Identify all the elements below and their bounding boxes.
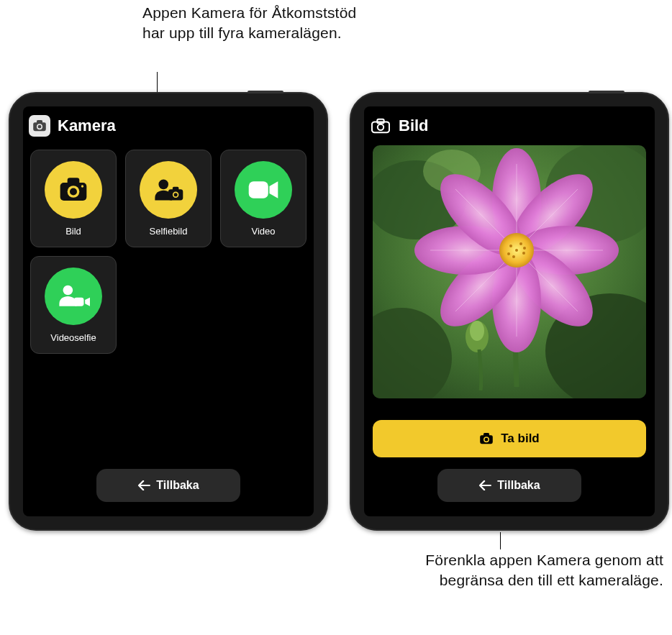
annotation-top-leader <box>157 72 158 93</box>
annotation-bottom-leader <box>500 532 501 549</box>
arrow-left-icon <box>478 480 491 490</box>
svg-rect-16 <box>74 297 84 306</box>
camera-icon <box>45 161 102 219</box>
mode-photo-label: Bild <box>65 226 81 237</box>
arrow-left-icon <box>137 480 150 490</box>
svg-point-13 <box>174 193 178 196</box>
mode-video-label: Video <box>251 226 275 237</box>
ipad-left: Kamera Bild <box>9 92 328 531</box>
mode-selfie-video-label: Videoselfie <box>50 332 96 343</box>
mode-selfie-photo-label: Selfiebild <box>150 226 188 237</box>
app-title-left: Kamera <box>58 117 116 135</box>
svg-point-19 <box>378 124 383 130</box>
back-label-right: Tillbaka <box>497 479 540 492</box>
annotation-top: Appen Kamera för Åtkomststöd har upp til… <box>142 3 365 44</box>
svg-rect-5 <box>68 178 80 185</box>
mode-selfie-video[interactable]: Videoselfie <box>30 256 117 354</box>
take-photo-label: Ta bild <box>501 431 540 446</box>
svg-point-9 <box>158 179 168 189</box>
annotation-bottom: Förenkla appen Kamera genom att begränsa… <box>415 550 663 591</box>
annotation-top-text: Appen Kamera för Åtkomststöd har upp til… <box>142 4 356 41</box>
app-header-right: Bild <box>370 115 429 137</box>
back-label-left: Tillbaka <box>156 479 199 492</box>
take-photo-button[interactable]: Ta bild <box>373 420 646 457</box>
app-header-left: Kamera <box>29 115 116 137</box>
svg-point-48 <box>512 255 515 258</box>
svg-point-46 <box>519 242 522 245</box>
svg-point-51 <box>523 247 526 250</box>
video-icon <box>235 161 292 219</box>
mode-video[interactable]: Video <box>220 150 307 247</box>
selfie-camera-icon <box>140 161 197 219</box>
svg-rect-11 <box>173 186 178 190</box>
svg-point-45 <box>509 245 512 247</box>
svg-point-55 <box>485 438 489 442</box>
camera-icon <box>479 433 494 444</box>
svg-rect-1 <box>37 120 42 124</box>
mode-selfie-photo[interactable]: Selfiebild <box>125 150 212 247</box>
back-button-left[interactable]: Tillbaka <box>96 469 240 502</box>
svg-point-49 <box>515 249 518 252</box>
camera-viewfinder <box>373 145 646 398</box>
camera-icon <box>370 115 391 137</box>
app-title-right: Bild <box>399 117 429 135</box>
ipad-right: Bild <box>350 92 669 531</box>
svg-point-3 <box>38 125 42 129</box>
svg-point-15 <box>63 285 73 295</box>
screen-camera-capture: Bild <box>364 106 655 516</box>
svg-rect-14 <box>249 181 268 198</box>
camera-icon <box>29 115 50 137</box>
svg-point-7 <box>70 188 77 195</box>
svg-point-50 <box>507 252 510 255</box>
svg-point-47 <box>522 252 525 255</box>
annotation-bottom-text: Förenkla appen Kamera genom att begränsa… <box>425 552 663 588</box>
back-button-right[interactable]: Tillbaka <box>437 469 581 502</box>
selfie-video-icon <box>45 268 102 325</box>
screen-camera-modes: Kamera Bild <box>23 106 314 516</box>
svg-point-8 <box>81 185 83 187</box>
svg-rect-53 <box>483 433 489 437</box>
camera-modes-grid: Bild Selfiebild <box>30 150 307 354</box>
svg-point-27 <box>470 321 484 341</box>
mode-photo[interactable]: Bild <box>30 150 117 247</box>
viewfinder-image <box>373 145 646 398</box>
